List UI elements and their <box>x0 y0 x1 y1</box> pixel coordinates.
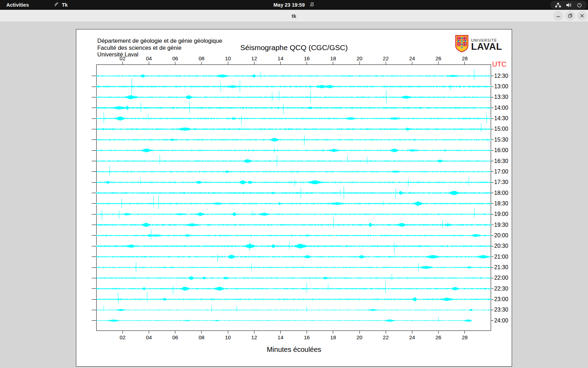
x-axis-title: Minutes écoulées <box>76 346 512 354</box>
utc-time-label: 12:30 <box>494 73 508 79</box>
clock-label[interactable]: May 23 19:59 <box>273 2 304 8</box>
x-tick-top <box>175 62 175 64</box>
x-tick-bottom <box>438 331 439 334</box>
minimize-button[interactable] <box>553 11 563 21</box>
x-tick-top <box>333 62 333 64</box>
x-tick-label-bottom: 28 <box>462 334 468 340</box>
maximize-button[interactable] <box>565 11 575 21</box>
row-tick-right <box>491 193 493 193</box>
x-tick-label-bottom: 20 <box>357 334 363 340</box>
x-tick-label-top: 14 <box>278 55 284 61</box>
network-icon <box>555 2 561 8</box>
x-tick-label-top: 22 <box>383 55 389 61</box>
row-tick-left <box>92 257 96 257</box>
row-tick-right <box>491 246 493 246</box>
x-tick-label-top: 20 <box>357 55 363 61</box>
x-tick-label-bottom: 24 <box>409 334 415 340</box>
row-tick-left <box>92 97 96 97</box>
utc-time-label: 16:30 <box>494 158 508 164</box>
power-icon <box>577 2 582 8</box>
x-tick-bottom <box>464 331 465 334</box>
row-tick-right <box>491 278 493 278</box>
x-tick-top <box>201 62 202 64</box>
row-tick-left <box>92 246 96 246</box>
utc-time-label: 24:00 <box>494 318 508 324</box>
x-tick-label-bottom: 08 <box>198 334 204 340</box>
utc-time-label: 19:30 <box>494 222 508 228</box>
row-tick-left <box>92 225 96 225</box>
x-tick-label-top: 12 <box>251 55 257 61</box>
row-tick-right <box>491 161 493 161</box>
x-tick-top <box>307 62 307 64</box>
utc-time-label: 17:00 <box>494 169 508 175</box>
x-tick-bottom <box>122 331 123 334</box>
tk-icon <box>54 2 59 8</box>
x-tick-label-bottom: 04 <box>146 334 152 340</box>
x-tick-label-bottom: 22 <box>383 334 389 340</box>
x-tick-bottom <box>254 331 254 334</box>
row-tick-right <box>491 108 493 108</box>
utc-time-label: 23:30 <box>494 307 508 313</box>
utc-time-label: 18:30 <box>494 200 508 207</box>
window-controls <box>553 11 587 21</box>
x-tick-label-top: 18 <box>330 55 336 61</box>
x-tick-label-bottom: 06 <box>172 334 178 340</box>
row-tick-left <box>92 235 96 236</box>
row-tick-right <box>491 235 493 236</box>
x-tick-bottom <box>412 331 412 334</box>
row-tick-left <box>92 193 96 193</box>
x-tick-top <box>359 62 360 64</box>
utc-time-label: 20:30 <box>494 243 508 249</box>
system-tray[interactable] <box>550 1 587 9</box>
x-tick-bottom <box>175 331 175 334</box>
row-tick-left <box>92 203 96 204</box>
x-tick-top <box>122 62 123 64</box>
row-tick-right <box>491 87 493 87</box>
x-tick-label-top: 06 <box>172 55 178 61</box>
clock-area[interactable]: May 23 19:59 <box>0 0 588 10</box>
x-tick-bottom <box>359 331 360 334</box>
x-tick-label-top: 04 <box>146 55 152 61</box>
taskbar-app-label: Tk <box>62 2 68 8</box>
row-tick-right <box>491 214 493 214</box>
activities-button[interactable]: Activities <box>6 2 29 8</box>
window-title: tk <box>0 10 588 22</box>
window-titlebar[interactable]: tk <box>0 10 588 22</box>
x-tick-bottom <box>280 331 281 334</box>
seismograph-canvas: Département de géologie et de génie géol… <box>76 29 512 367</box>
row-tick-left <box>92 87 96 87</box>
x-tick-bottom <box>307 331 307 334</box>
row-tick-right <box>491 267 493 268</box>
row-tick-right <box>491 320 493 321</box>
utc-time-label: 13:00 <box>494 83 508 90</box>
utc-label: UTC <box>492 60 506 68</box>
utc-time-label: 19:00 <box>494 211 508 217</box>
universite-laval-logo: UNIVERSITÉ LAVAL <box>455 35 502 54</box>
row-tick-left <box>92 118 96 119</box>
row-tick-right <box>491 299 493 300</box>
row-tick-left <box>92 139 96 140</box>
row-tick-left <box>92 182 96 183</box>
row-tick-left <box>92 267 96 268</box>
x-tick-label-top: 16 <box>304 55 310 61</box>
x-tick-label-bottom: 10 <box>225 334 231 340</box>
x-tick-bottom <box>228 331 228 334</box>
row-tick-right <box>491 76 493 76</box>
volume-icon <box>566 2 572 8</box>
desktop: Activities Tk May 23 19:59 <box>0 0 588 368</box>
row-tick-right <box>491 171 493 172</box>
x-tick-label-bottom: 26 <box>435 334 441 340</box>
utc-time-label: 21:00 <box>494 254 508 260</box>
x-tick-top <box>228 62 228 64</box>
utc-time-label: 23:00 <box>494 296 508 302</box>
x-tick-label-top: 24 <box>409 55 415 61</box>
row-tick-right <box>491 129 493 129</box>
row-tick-left <box>92 310 96 310</box>
row-tick-right <box>491 203 493 204</box>
close-button[interactable] <box>577 11 587 21</box>
x-tick-label-bottom: 16 <box>304 334 310 340</box>
taskbar-app-tk[interactable]: Tk <box>54 2 68 8</box>
row-tick-left <box>92 171 96 172</box>
row-tick-right <box>491 150 493 151</box>
row-tick-left <box>92 76 96 76</box>
